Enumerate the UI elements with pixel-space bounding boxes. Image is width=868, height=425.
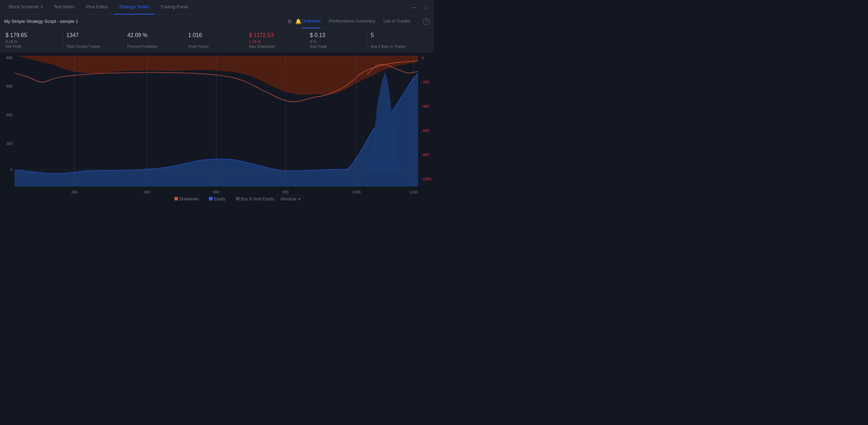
- svg-text:400: 400: [6, 113, 12, 117]
- stat-avg-bars-sub: [371, 39, 426, 44]
- svg-text:400: 400: [144, 190, 150, 194]
- svg-text:-800: -800: [422, 153, 429, 157]
- stat-net-profit-sub: 0.18 %: [6, 39, 61, 44]
- chevron-down-icon: ▾: [41, 5, 43, 9]
- svg-text:200: 200: [6, 142, 12, 146]
- svg-text:-600: -600: [422, 128, 429, 133]
- svg-text:200: 200: [71, 190, 78, 194]
- tab-performance-summary-label: Performance Summary: [329, 18, 375, 24]
- stat-max-drawdown-sub: 1.16 %: [249, 39, 304, 44]
- svg-text:0: 0: [10, 168, 12, 172]
- svg-text:Buy & Hold Equity: Buy & Hold Equity: [241, 197, 274, 201]
- nav-text-notes-label: Text Notes: [54, 4, 75, 9]
- stat-avg-trade-sub: 0 %: [310, 39, 365, 44]
- stat-profit-factor-value: 1.016: [188, 32, 243, 39]
- minimize-button[interactable]: —: [409, 2, 419, 12]
- stat-total-closed-trades-value: 1347: [66, 32, 121, 39]
- strategy-chart: 800 600 400 200 0 0 -200 -400 -600 -800 …: [0, 52, 434, 201]
- nav-pine-editor-label: Pine Editor: [86, 4, 108, 9]
- strategy-header: My Simple Strategy Script - sample 1 ⚙ 🔔…: [0, 15, 434, 28]
- nav-window-controls: — □: [409, 2, 431, 12]
- strategy-header-icons: ⚙ 🔔: [287, 18, 302, 25]
- svg-text:600: 600: [6, 84, 12, 88]
- tab-overview-label: Overview: [302, 18, 320, 24]
- svg-text:0: 0: [422, 56, 424, 60]
- strategy-title: My Simple Strategy Script - sample 1: [4, 19, 283, 24]
- stat-percent-profitable-value: 42.09 %: [127, 32, 182, 39]
- nav-pine-editor[interactable]: Pine Editor: [80, 0, 114, 15]
- svg-text:1000: 1000: [352, 190, 361, 194]
- stat-avg-bars-label: Avg # Bars in Trades: [371, 44, 426, 48]
- stat-profit-factor-sub: [188, 39, 243, 44]
- stat-max-drawdown: $ 1172.53 1.16 % Max Drawdown: [246, 32, 307, 48]
- stat-avg-bars: 5 Avg # Bars in Trades: [368, 32, 428, 48]
- alert-icon[interactable]: 🔔: [295, 18, 302, 25]
- stat-net-profit-value: $ 179.65: [6, 32, 61, 39]
- stat-avg-trade: $ 0.13 0 % Avg Trade: [307, 32, 368, 48]
- svg-text:800: 800: [6, 56, 12, 60]
- stat-avg-bars-value: 5: [371, 32, 426, 39]
- nav-trading-panel-label: Trading Panel: [160, 4, 188, 9]
- stat-percent-profitable: 42.09 % Percent Profitable: [125, 32, 186, 48]
- svg-text:▾: ▾: [298, 197, 300, 201]
- nav-text-notes[interactable]: Text Notes: [48, 0, 80, 15]
- svg-text:Equity: Equity: [214, 197, 225, 201]
- stat-profit-factor-label: Profit Factor: [188, 44, 243, 48]
- stat-max-drawdown-value: $ 1172.53: [249, 32, 304, 39]
- nav-strategy-tester-label: Strategy Tester: [119, 4, 149, 9]
- nav-stock-screener-label: Stock Screener: [8, 4, 39, 9]
- stat-profit-factor: 1.016 Profit Factor: [186, 32, 246, 48]
- nav-strategy-tester[interactable]: Strategy Tester: [114, 0, 155, 15]
- nav-trading-panel[interactable]: Trading Panel: [155, 0, 193, 15]
- settings-icon[interactable]: ⚙: [287, 18, 292, 25]
- stat-net-profit-label: Net Profit: [6, 44, 61, 48]
- svg-rect-28: [209, 197, 213, 200]
- svg-text:Absolute: Absolute: [280, 197, 297, 201]
- stat-avg-trade-label: Avg Trade: [310, 44, 365, 48]
- svg-text:-400: -400: [422, 104, 429, 108]
- chart-area[interactable]: 800 600 400 200 0 0 -200 -400 -600 -800 …: [0, 52, 434, 201]
- svg-text:800: 800: [282, 190, 289, 194]
- svg-text:-200: -200: [422, 80, 429, 84]
- svg-text:Drawdown: Drawdown: [179, 197, 199, 201]
- tab-performance-summary[interactable]: Performance Summary: [329, 15, 375, 28]
- stat-total-closed-trades-sub: [66, 39, 121, 44]
- svg-text:600: 600: [213, 190, 219, 194]
- stat-total-closed-trades: 1347 Total Closed Trades: [64, 32, 125, 48]
- stat-percent-profitable-label: Percent Profitable: [127, 44, 182, 48]
- stat-total-closed-trades-label: Total Closed Trades: [66, 44, 121, 48]
- help-icon[interactable]: ?: [423, 18, 430, 25]
- minimize-icon: —: [412, 4, 416, 10]
- stat-percent-profitable-sub: [127, 39, 182, 44]
- nav-stock-screener[interactable]: Stock Screener ▾: [3, 0, 48, 15]
- maximize-icon: □: [425, 4, 428, 10]
- strategy-tabs: Overview Performance Summary List of Tra…: [302, 15, 430, 28]
- stat-avg-trade-value: $ 0.13: [310, 32, 365, 39]
- svg-text:1200: 1200: [409, 190, 418, 194]
- tab-list-of-trades-label: List of Trades: [383, 18, 410, 24]
- svg-rect-30: [236, 197, 239, 200]
- nav-tabs-left: Stock Screener ▾ Text Notes Pine Editor …: [3, 0, 194, 15]
- stat-net-profit: $ 179.65 0.18 % Net Profit: [6, 32, 64, 48]
- maximize-button[interactable]: □: [422, 2, 431, 12]
- tab-overview[interactable]: Overview: [302, 15, 320, 28]
- tab-list-of-trades[interactable]: List of Trades: [383, 15, 410, 28]
- svg-text:-1000: -1000: [422, 177, 431, 181]
- svg-rect-26: [174, 197, 178, 200]
- stat-max-drawdown-label: Max Drawdown: [249, 44, 304, 48]
- top-navigation: Stock Screener ▾ Text Notes Pine Editor …: [0, 0, 434, 15]
- stats-bar: $ 179.65 0.18 % Net Profit 1347 Total Cl…: [0, 28, 434, 52]
